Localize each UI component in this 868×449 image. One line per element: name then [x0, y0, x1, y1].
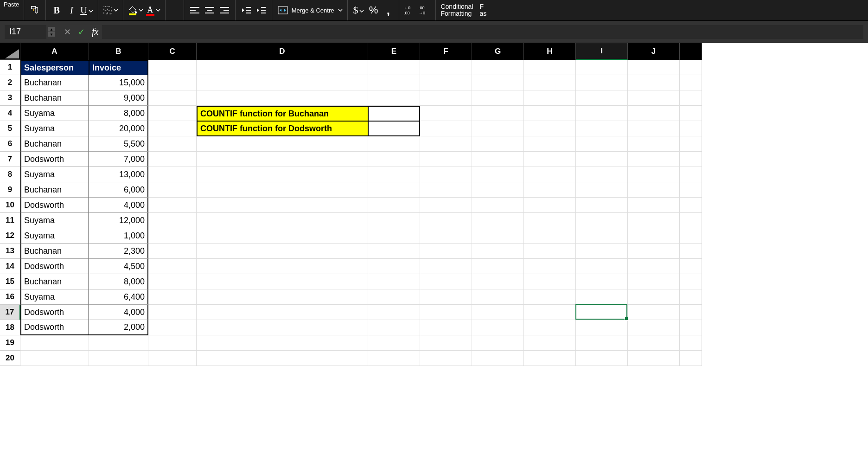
cell-G13[interactable] — [472, 244, 524, 259]
cell-A13[interactable]: Buchanan — [20, 244, 89, 259]
row-header-16[interactable]: 16 — [0, 289, 20, 305]
cond-fmt-line2[interactable]: Formatting — [440, 10, 473, 17]
col-header-A[interactable]: A — [20, 43, 89, 60]
cell-F12[interactable] — [420, 228, 472, 244]
cell-17[interactable] — [680, 305, 702, 320]
row-header-12[interactable]: 12 — [0, 228, 20, 244]
cell-F13[interactable] — [420, 244, 472, 259]
increase-indent-button[interactable] — [255, 3, 267, 18]
cell-J8[interactable] — [628, 167, 680, 182]
select-all-corner[interactable] — [0, 43, 20, 60]
cell-D15[interactable] — [197, 274, 368, 289]
cell-9[interactable] — [680, 182, 702, 198]
row-header-9[interactable]: 9 — [0, 182, 20, 198]
cell-H5[interactable] — [524, 121, 576, 136]
cell-B9[interactable]: 6,000 — [89, 182, 148, 198]
cell-7[interactable] — [680, 152, 702, 167]
cell-C9[interactable] — [148, 182, 197, 198]
cell-19[interactable] — [680, 335, 702, 351]
cell-F3[interactable] — [420, 90, 472, 106]
cell-D17[interactable] — [197, 305, 368, 320]
cell-F1[interactable] — [420, 60, 472, 75]
cell-C5[interactable] — [148, 121, 197, 136]
cell-1[interactable] — [680, 60, 702, 75]
cell-A20[interactable] — [20, 351, 89, 366]
cell-F11[interactable] — [420, 213, 472, 228]
cell-I11[interactable] — [576, 213, 628, 228]
cell-D7[interactable] — [197, 152, 368, 167]
cell-I12[interactable] — [576, 228, 628, 244]
cell-C2[interactable] — [148, 75, 197, 90]
cell-A9[interactable]: Buchanan — [20, 182, 89, 198]
cell-H7[interactable] — [524, 152, 576, 167]
decrease-decimal-button[interactable]: .00→0 — [419, 3, 431, 18]
bold-button[interactable]: B — [51, 3, 63, 18]
cell-E18[interactable] — [368, 320, 420, 335]
cell-H8[interactable] — [524, 167, 576, 182]
cell-14[interactable] — [680, 259, 702, 274]
cell-D19[interactable] — [197, 335, 368, 351]
cell-A2[interactable]: Buchanan — [20, 75, 89, 90]
name-box-down[interactable]: ▼ — [48, 32, 55, 37]
currency-button[interactable]: $ — [352, 3, 364, 18]
cell-D18[interactable] — [197, 320, 368, 335]
cell-H3[interactable] — [524, 90, 576, 106]
cell-G8[interactable] — [472, 167, 524, 182]
cell-I20[interactable] — [576, 351, 628, 366]
cell-C20[interactable] — [148, 351, 197, 366]
cell-D8[interactable] — [197, 167, 368, 182]
decrease-indent-button[interactable] — [240, 3, 252, 18]
row-header-1[interactable]: 1 — [0, 60, 20, 75]
cell-B20[interactable] — [89, 351, 148, 366]
cell-B11[interactable]: 12,000 — [89, 213, 148, 228]
cell-G14[interactable] — [472, 259, 524, 274]
cell-C12[interactable] — [148, 228, 197, 244]
cell-C16[interactable] — [148, 289, 197, 305]
cell-B8[interactable]: 13,000 — [89, 167, 148, 182]
format-painter-icon[interactable] — [29, 3, 41, 18]
cell-I2[interactable] — [576, 75, 628, 90]
fill-handle[interactable] — [625, 317, 628, 321]
cell-H17[interactable] — [524, 305, 576, 320]
cell-H2[interactable] — [524, 75, 576, 90]
cell-B14[interactable]: 4,500 — [89, 259, 148, 274]
cell-G5[interactable] — [472, 121, 524, 136]
cell-C3[interactable] — [148, 90, 197, 106]
cell-I10[interactable] — [576, 198, 628, 213]
cell-I17[interactable] — [576, 305, 628, 320]
cell-C7[interactable] — [148, 152, 197, 167]
cell-B1[interactable]: Invoice — [89, 60, 148, 75]
cell-D12[interactable] — [197, 228, 368, 244]
cell-I16[interactable] — [576, 289, 628, 305]
align-right-button[interactable] — [218, 3, 230, 18]
cell-D9[interactable] — [197, 182, 368, 198]
cell-D20[interactable] — [197, 351, 368, 366]
cell-I1[interactable] — [576, 60, 628, 75]
cell-13[interactable] — [680, 244, 702, 259]
cell-I3[interactable] — [576, 90, 628, 106]
cell-D2[interactable] — [197, 75, 368, 90]
cell-I14[interactable] — [576, 259, 628, 274]
col-header-extra[interactable] — [680, 43, 702, 60]
cell-F19[interactable] — [420, 335, 472, 351]
cell-B18[interactable]: 2,000 — [89, 320, 148, 335]
cell-E19[interactable] — [368, 335, 420, 351]
cell-G10[interactable] — [472, 198, 524, 213]
cell-G15[interactable] — [472, 274, 524, 289]
cell-2[interactable] — [680, 75, 702, 90]
cond-fmt-line1[interactable]: Conditional — [440, 3, 473, 10]
col-header-B[interactable]: B — [89, 43, 148, 60]
cell-A15[interactable]: Buchanan — [20, 274, 89, 289]
cell-J7[interactable] — [628, 152, 680, 167]
row-header-4[interactable]: 4 — [0, 106, 20, 121]
cell-G9[interactable] — [472, 182, 524, 198]
cell-E10[interactable] — [368, 198, 420, 213]
cell-J5[interactable] — [628, 121, 680, 136]
cell-6[interactable] — [680, 136, 702, 152]
cell-D11[interactable] — [197, 213, 368, 228]
cell-E6[interactable] — [368, 136, 420, 152]
row-header-2[interactable]: 2 — [0, 75, 20, 90]
cell-B5[interactable]: 20,000 — [89, 121, 148, 136]
row-header-19[interactable]: 19 — [0, 335, 20, 351]
row-header-11[interactable]: 11 — [0, 213, 20, 228]
